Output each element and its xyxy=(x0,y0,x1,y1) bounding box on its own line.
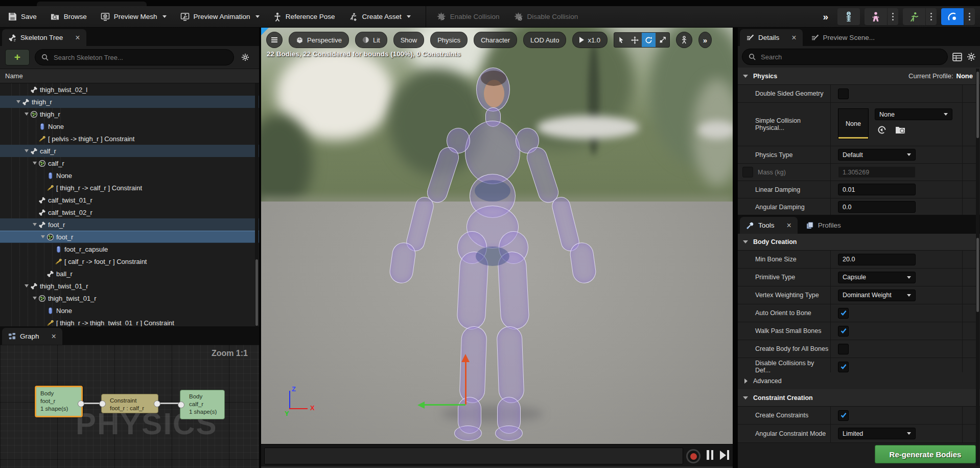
dropdown[interactable]: Dominant Weight xyxy=(838,289,916,301)
disable-collision-button[interactable]: Disable Collision xyxy=(514,12,578,21)
show-button[interactable]: Show xyxy=(393,32,425,48)
physics-mode-kebab-menu[interactable] xyxy=(964,8,975,25)
graph-node-constraint[interactable]: Constraint foot_r : calf_r xyxy=(101,394,158,413)
skeleton-mode-button[interactable] xyxy=(837,8,860,25)
tree-row[interactable]: [ thigh_r -> thigh_twist_01_r ] Constrai… xyxy=(0,317,259,327)
reference-pose-button[interactable]: Reference Pose xyxy=(273,12,335,21)
preview-mesh-button[interactable]: Preview Mesh xyxy=(101,12,167,21)
tree-row[interactable]: ball_r xyxy=(0,268,259,280)
details-searchbox[interactable] xyxy=(742,49,948,65)
physics-menu-button[interactable]: Physics xyxy=(430,32,468,48)
close-icon[interactable]: × xyxy=(75,34,80,42)
search-input[interactable] xyxy=(53,53,227,62)
tree-row[interactable]: None xyxy=(0,120,259,132)
tree-row[interactable]: calf_twist_01_r xyxy=(0,194,259,206)
save-button[interactable]: Save xyxy=(8,12,37,21)
enable-collision-button[interactable]: Enable Collision xyxy=(436,12,500,21)
physics-body-capsule-toe-r[interactable] xyxy=(495,426,523,441)
gizmo-axis-vertical[interactable] xyxy=(465,362,466,405)
perspective-button[interactable]: Perspective xyxy=(289,32,349,48)
expander-icon[interactable] xyxy=(31,162,38,165)
close-icon[interactable]: × xyxy=(52,332,56,341)
tree-row[interactable]: thigh_twist_01_r xyxy=(0,292,259,304)
tree-row[interactable]: [ calf_r -> foot_r ] Constraint xyxy=(0,255,259,268)
node-output-pin[interactable] xyxy=(78,400,84,407)
skeleton-tree-searchbox[interactable] xyxy=(35,49,234,65)
checkbox[interactable] xyxy=(838,410,849,421)
tree-row[interactable]: None xyxy=(0,169,259,182)
graph-node-body-foot-r[interactable]: Body foot_r 1 shape(s) xyxy=(35,386,83,417)
tree-row[interactable]: thigh_r xyxy=(0,108,259,120)
play-speed-button[interactable]: x1.0 xyxy=(572,32,608,48)
dropdown[interactable]: Default xyxy=(838,149,916,161)
expander-icon[interactable] xyxy=(39,235,46,238)
tree-row[interactable]: foot_r xyxy=(0,231,259,243)
tree-row[interactable]: thigh_r xyxy=(0,96,259,108)
tree-row[interactable]: calf_twist_02_r xyxy=(0,206,259,218)
asset-thumbnail[interactable]: None xyxy=(838,108,869,139)
graph-node-body-calf-r[interactable]: Body calf_r 1 shape(s) xyxy=(180,390,225,419)
toolbar-overflow-chevron[interactable]: » xyxy=(823,11,828,23)
checkbox[interactable] xyxy=(838,326,849,337)
tree-row[interactable]: thigh_twist_01_r xyxy=(0,280,259,292)
scrollbar-thumb[interactable] xyxy=(976,238,979,312)
physics-body-capsule-toe-l[interactable] xyxy=(454,426,482,441)
expander-icon[interactable] xyxy=(22,284,30,287)
tab-graph[interactable]: Graph × xyxy=(2,328,62,345)
tree-row[interactable]: thigh_twist_02_l xyxy=(0,83,259,96)
expander-icon[interactable] xyxy=(22,113,30,116)
physics-body-capsule-calf-l[interactable] xyxy=(459,326,487,404)
checkbox[interactable] xyxy=(838,344,849,354)
tree-row[interactable]: foot_r xyxy=(0,218,259,231)
mesh-mode-kebab-menu[interactable] xyxy=(888,8,898,25)
tree-row[interactable]: [ pelvis -> thigh_r ] Constraint xyxy=(0,132,259,145)
timeline-track[interactable] xyxy=(264,448,683,464)
checkbox[interactable] xyxy=(742,167,753,177)
physics-body-capsule-upperarm-r[interactable] xyxy=(524,145,562,206)
section-constraint-creation[interactable]: Constraint Creation xyxy=(738,389,980,407)
tree-scrollbar[interactable] xyxy=(255,83,259,327)
browse-button[interactable]: Browse xyxy=(51,12,87,21)
lod-auto-button[interactable]: LOD Auto xyxy=(523,32,566,48)
viewport-menu-button[interactable] xyxy=(266,32,283,48)
tree-settings-button[interactable] xyxy=(239,53,254,61)
expander-icon[interactable] xyxy=(14,100,22,103)
scrollbar-thumb[interactable] xyxy=(255,259,258,326)
step-forward-button[interactable] xyxy=(720,450,729,460)
gizmo-axis-horizontal[interactable] xyxy=(424,404,465,406)
dropdown[interactable]: Capsule xyxy=(838,272,916,283)
preview-animation-button[interactable]: Preview Animation xyxy=(180,12,260,21)
select-tool-button[interactable] xyxy=(614,33,628,47)
physics-body-capsule-hand-r[interactable] xyxy=(569,241,598,285)
tab-profiles[interactable]: Profiles xyxy=(800,217,847,234)
tab-skeleton-tree[interactable]: Skeleton Tree × xyxy=(2,29,86,46)
move-tool-button[interactable] xyxy=(628,33,642,47)
expander-icon[interactable] xyxy=(31,297,38,300)
section-physics[interactable]: Physics Current Profile: None xyxy=(738,68,980,85)
display-filter-icon[interactable] xyxy=(952,53,962,61)
lit-button[interactable]: Lit xyxy=(355,32,387,48)
physics-mode-button[interactable] xyxy=(941,8,964,25)
physics-body-capsule-hand-l[interactable] xyxy=(388,241,417,285)
scale-tool-button[interactable] xyxy=(656,33,669,47)
value-input[interactable]: 0.0 xyxy=(838,201,916,213)
animation-mode-button[interactable] xyxy=(903,8,925,25)
pause-button[interactable] xyxy=(707,450,713,460)
checkbox[interactable] xyxy=(838,362,849,372)
checkbox[interactable] xyxy=(838,308,849,319)
use-selected-icon[interactable] xyxy=(877,125,887,135)
advanced-expander-row[interactable]: Advanced xyxy=(738,372,976,390)
character-menu-button[interactable]: Character xyxy=(474,32,517,48)
details-settings-gear-icon[interactable] xyxy=(967,52,976,61)
value-input[interactable]: 0.01 xyxy=(838,184,916,195)
right-panel-scrollbar[interactable] xyxy=(976,69,979,466)
viewport-overflow-button[interactable]: » xyxy=(698,32,712,48)
section-body-creation[interactable]: Body Creation xyxy=(738,234,980,251)
tab-preview-scene[interactable]: Preview Scene... xyxy=(805,29,881,46)
expander-icon[interactable] xyxy=(22,149,30,152)
mannequin-focus-button[interactable] xyxy=(676,32,692,48)
mesh-mode-button[interactable] xyxy=(865,8,887,25)
rotate-tool-button[interactable] xyxy=(642,33,656,47)
physics-body-capsule-calf-r[interactable] xyxy=(496,326,524,404)
3d-viewport[interactable]: Z X Y Perspective Lit Show Physics Chara… xyxy=(261,28,733,444)
